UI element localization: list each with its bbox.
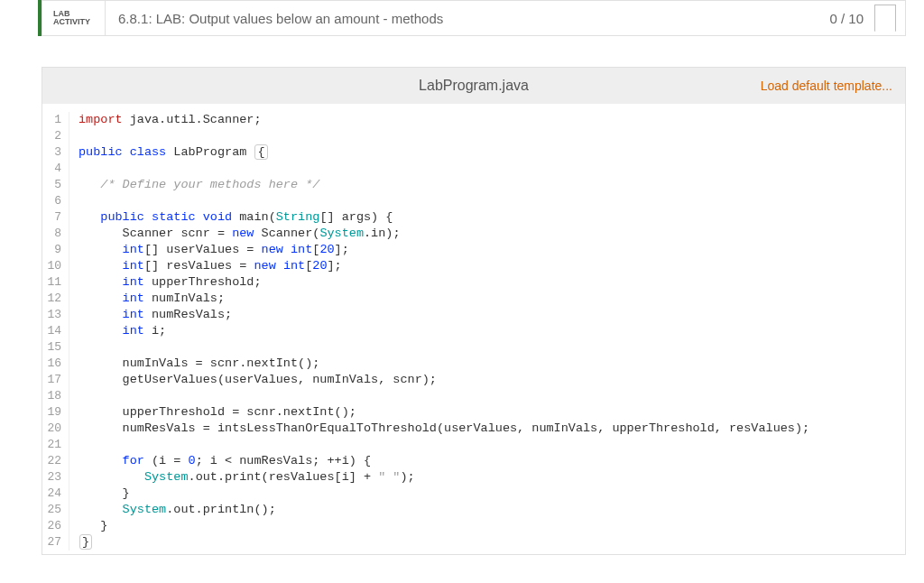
line-number: 21 xyxy=(42,437,69,453)
code-line[interactable]: 16 numInVals = scnr.nextInt(); xyxy=(42,356,905,372)
line-number: 22 xyxy=(42,453,69,469)
code-content[interactable]: System.out.print(resValues[i] + " "); xyxy=(79,469,415,486)
code-content[interactable]: int i; xyxy=(79,323,166,339)
line-number: 9 xyxy=(42,242,69,258)
code-content[interactable]: int[] userValues = new int[20]; xyxy=(79,242,349,258)
editor-toolbar: LabProgram.java Load default template... xyxy=(42,68,905,104)
load-default-link[interactable]: Load default template... xyxy=(761,79,905,93)
line-number: 4 xyxy=(42,161,69,177)
line-number: 5 xyxy=(42,177,69,193)
line-number: 16 xyxy=(42,356,69,372)
code-content[interactable]: System.out.println(); xyxy=(79,502,276,518)
code-line[interactable]: 9 int[] userValues = new int[20]; xyxy=(42,242,905,258)
line-number: 2 xyxy=(42,128,69,144)
code-line[interactable]: 19 upperThreshold = scnr.nextInt(); xyxy=(42,404,905,421)
code-area[interactable]: 1import java.util.Scanner;23public class… xyxy=(42,104,905,554)
filename-label: LabProgram.java xyxy=(419,78,529,94)
line-number: 10 xyxy=(42,258,69,274)
code-line[interactable]: 20 numResVals = intsLessThanOrEqualToThr… xyxy=(42,421,905,437)
code-content[interactable]: int[] resValues = new int[20]; xyxy=(79,258,342,274)
line-number: 6 xyxy=(42,193,69,209)
code-line[interactable]: 13 int numResVals; xyxy=(42,307,905,323)
code-line[interactable]: 2 xyxy=(42,128,905,144)
code-line[interactable]: 4 xyxy=(42,161,905,177)
line-number: 27 xyxy=(42,534,69,551)
code-line[interactable]: 15 xyxy=(42,339,905,356)
accent-bar xyxy=(38,0,42,36)
code-content[interactable]: upperThreshold = scnr.nextInt(); xyxy=(79,404,356,421)
line-number: 14 xyxy=(42,323,69,339)
code-content[interactable]: int upperThreshold; xyxy=(79,274,262,291)
code-line[interactable]: 14 int i; xyxy=(42,323,905,339)
code-line[interactable]: 7 public static void main(String[] args)… xyxy=(42,209,905,226)
code-content[interactable]: import java.util.Scanner; xyxy=(79,112,262,128)
line-number: 13 xyxy=(42,307,69,323)
line-number: 15 xyxy=(42,339,69,356)
code-content[interactable]: int numResVals; xyxy=(79,307,232,323)
code-line[interactable]: 21 xyxy=(42,437,905,453)
code-content[interactable]: /* Define your methods here */ xyxy=(79,177,319,193)
code-line[interactable]: 24 } xyxy=(42,486,905,502)
lab-label-line2: ACTIVITY xyxy=(53,18,90,26)
code-content[interactable]: numResVals = intsLessThanOrEqualToThresh… xyxy=(79,421,809,437)
code-content[interactable]: } xyxy=(79,518,107,534)
code-line[interactable]: 27} xyxy=(42,534,905,551)
line-number: 7 xyxy=(42,209,69,226)
line-number: 1 xyxy=(42,112,69,128)
code-line[interactable]: 23 System.out.print(resValues[i] + " "); xyxy=(42,469,905,486)
code-content[interactable]: Scanner scnr = new Scanner(System.in); xyxy=(79,226,401,242)
line-number: 23 xyxy=(42,469,69,486)
code-line[interactable]: 25 System.out.println(); xyxy=(42,502,905,518)
line-number: 24 xyxy=(42,486,69,502)
code-content[interactable]: public class LabProgram { xyxy=(79,144,268,161)
lab-activity-label: LAB ACTIVITY xyxy=(42,1,106,35)
code-content[interactable]: numInVals = scnr.nextInt(); xyxy=(79,356,319,372)
code-content[interactable]: } xyxy=(79,486,130,502)
code-content[interactable]: getUserValues(userValues, numInVals, scn… xyxy=(79,372,437,388)
code-line[interactable]: 12 int numInVals; xyxy=(42,291,905,307)
code-editor: LabProgram.java Load default template...… xyxy=(42,67,906,555)
code-line[interactable]: 11 int upperThreshold; xyxy=(42,274,905,291)
code-line[interactable]: 17 getUserValues(userValues, numInVals, … xyxy=(42,372,905,388)
code-content[interactable]: } xyxy=(79,534,92,551)
line-number: 12 xyxy=(42,291,69,307)
score-display: 0 / 10 xyxy=(829,11,864,26)
code-content[interactable]: public static void main(String[] args) { xyxy=(79,209,393,226)
code-line[interactable]: 8 Scanner scnr = new Scanner(System.in); xyxy=(42,226,905,242)
lab-title: 6.8.1: LAB: Output values below an amoun… xyxy=(106,11,829,26)
line-number: 11 xyxy=(42,274,69,291)
code-line[interactable]: 3public class LabProgram { xyxy=(42,144,905,161)
line-number: 19 xyxy=(42,404,69,421)
line-number: 8 xyxy=(42,226,69,242)
code-content[interactable]: int numInVals; xyxy=(79,291,225,307)
code-line[interactable]: 26 } xyxy=(42,518,905,534)
line-number: 18 xyxy=(42,388,69,404)
code-line[interactable]: 18 xyxy=(42,388,905,404)
code-line[interactable]: 6 xyxy=(42,193,905,209)
line-number: 3 xyxy=(42,144,69,161)
code-line[interactable]: 1import java.util.Scanner; xyxy=(42,112,905,128)
line-number: 25 xyxy=(42,502,69,518)
bookmark-icon[interactable] xyxy=(874,5,896,32)
code-line[interactable]: 10 int[] resValues = new int[20]; xyxy=(42,258,905,274)
line-number: 20 xyxy=(42,421,69,437)
line-number: 26 xyxy=(42,518,69,534)
line-number: 17 xyxy=(42,372,69,388)
lab-header: LAB ACTIVITY 6.8.1: LAB: Output values b… xyxy=(42,0,906,36)
code-line[interactable]: 5 /* Define your methods here */ xyxy=(42,177,905,193)
code-line[interactable]: 22 for (i = 0; i < numResVals; ++i) { xyxy=(42,453,905,469)
code-content[interactable]: for (i = 0; i < numResVals; ++i) { xyxy=(79,453,371,469)
